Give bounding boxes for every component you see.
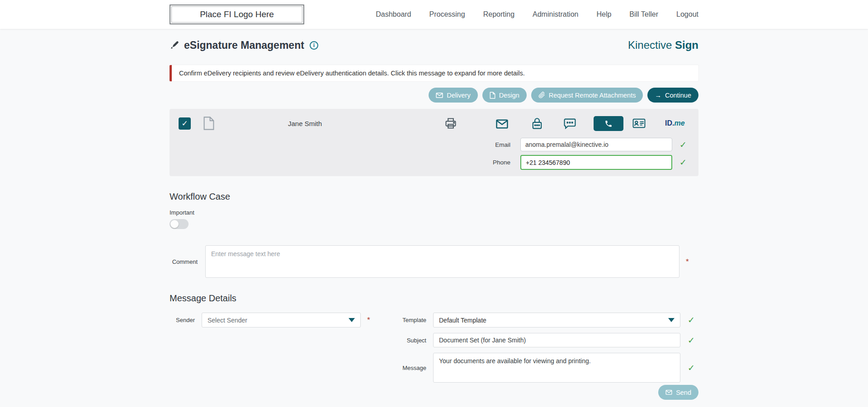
template-row: Template Default Template ✓ — [395, 313, 698, 327]
template-label: Template — [395, 317, 426, 323]
comment-label: Comment — [170, 258, 198, 265]
chevron-down-icon — [349, 318, 355, 322]
important-label: Important — [170, 209, 698, 216]
message-row: Message Your documents are available for… — [395, 353, 698, 383]
nav-dashboard[interactable]: Dashboard — [376, 10, 411, 19]
nav-reporting[interactable]: Reporting — [483, 10, 514, 19]
nav-help[interactable]: Help — [596, 10, 611, 19]
top-bar: Place FI Logo Here Dashboard Processing … — [0, 0, 868, 29]
template-valid-check-icon: ✓ — [687, 315, 696, 325]
phone-label: Phone — [493, 159, 510, 166]
auth-id-card-icon[interactable] — [632, 118, 646, 128]
message-details-title: Message Details — [170, 293, 698, 304]
sender-label: Sender — [170, 317, 195, 323]
page-header: eSignature Management i Kinective Sign — [170, 39, 698, 51]
printer-icon[interactable] — [444, 117, 457, 130]
phone-row: Phone ✓ — [170, 155, 698, 170]
brand-suffix: Sign — [675, 39, 698, 51]
continue-button[interactable]: → Continue — [647, 88, 698, 103]
edelivery-alert-banner[interactable]: Confirm eDelivery recipients and review … — [170, 65, 698, 81]
template-select-value: Default Template — [439, 317, 664, 324]
chevron-down-icon — [668, 318, 675, 322]
workflow-case-title: Workflow Case — [170, 192, 698, 202]
toggle-knob — [170, 220, 179, 228]
page-title: eSignature Management i — [170, 39, 318, 51]
email-row: Email ✓ — [170, 138, 698, 151]
envelope-icon — [436, 93, 443, 98]
phone-input[interactable] — [520, 155, 672, 170]
comment-row: Comment * — [170, 245, 698, 278]
design-label: Design — [499, 92, 519, 99]
message-details-form: Sender Select Sender * Template Default … — [170, 313, 698, 380]
fi-logo-placeholder[interactable]: Place FI Logo Here — [170, 5, 304, 24]
delivery-button[interactable]: Delivery — [429, 88, 477, 103]
message-textarea[interactable]: Your documents are available for viewing… — [433, 353, 680, 383]
auth-email-icon[interactable] — [496, 119, 508, 129]
recipient-card: ✓ Jane Smith ID.me Email ✓ Phone ✓ — [170, 109, 698, 176]
document-icon[interactable] — [203, 116, 215, 131]
design-button[interactable]: Design — [482, 88, 527, 103]
brand-name: Kinective — [628, 39, 672, 51]
subject-input[interactable] — [433, 333, 680, 347]
email-input[interactable] — [520, 138, 672, 151]
idme-me-text: me — [674, 119, 684, 127]
nav-user-bill-teller[interactable]: Bill Teller — [629, 10, 658, 19]
page-title-text: eSignature Management — [184, 39, 304, 51]
main-nav: Dashboard Processing Reporting Administr… — [376, 10, 698, 19]
pen-icon — [170, 40, 179, 50]
phone-valid-check-icon: ✓ — [679, 157, 688, 168]
template-select[interactable]: Default Template — [433, 313, 680, 327]
subject-valid-check-icon: ✓ — [687, 335, 696, 346]
nav-processing[interactable]: Processing — [429, 10, 465, 19]
email-label: Email — [495, 141, 510, 148]
sender-row: Sender Select Sender * — [170, 313, 370, 327]
idme-id-text: ID. — [665, 119, 674, 127]
delivery-label: Delivery — [447, 92, 470, 99]
arrow-right-icon: → — [655, 92, 661, 99]
sender-required-marker: * — [367, 316, 370, 324]
nav-logout[interactable]: Logout — [676, 10, 698, 19]
auth-idme-icon[interactable]: ID.me — [665, 119, 685, 127]
fi-logo-text: Place FI Logo Here — [200, 9, 274, 19]
recipient-checkbox[interactable]: ✓ — [179, 117, 191, 130]
subject-label: Subject — [395, 337, 426, 344]
design-doc-icon — [490, 92, 495, 99]
auth-access-code-icon[interactable] — [531, 117, 543, 130]
auth-phone-selected[interactable] — [594, 116, 623, 131]
comment-textarea[interactable] — [205, 245, 679, 278]
phone-icon — [604, 120, 613, 128]
request-remote-attachments-button[interactable]: Request Remote Attachments — [531, 88, 643, 103]
sender-select-value: Select Sender — [208, 317, 344, 324]
comment-required-marker: * — [686, 258, 689, 266]
subject-row: Subject ✓ — [395, 333, 698, 347]
action-buttons: Delivery Design Request Remote Attachmen… — [170, 88, 698, 103]
message-valid-check-icon: ✓ — [687, 363, 696, 373]
envelope-icon — [665, 390, 672, 395]
nav-administration[interactable]: Administration — [533, 10, 578, 19]
sender-select[interactable]: Select Sender — [202, 313, 361, 327]
send-label: Send — [676, 389, 691, 396]
email-valid-check-icon: ✓ — [679, 140, 688, 150]
paperclip-icon — [538, 92, 545, 98]
kinective-sign-logo: Kinective Sign — [628, 39, 698, 51]
important-toggle[interactable] — [170, 219, 189, 229]
continue-label: Continue — [665, 92, 691, 99]
message-label: Message — [395, 365, 426, 371]
check-icon: ✓ — [181, 119, 188, 128]
request-remote-attachments-label: Request Remote Attachments — [549, 92, 636, 99]
info-icon[interactable]: i — [310, 41, 318, 50]
recipient-name: Jane Smith — [288, 120, 322, 127]
auth-sms-icon[interactable] — [564, 118, 576, 129]
